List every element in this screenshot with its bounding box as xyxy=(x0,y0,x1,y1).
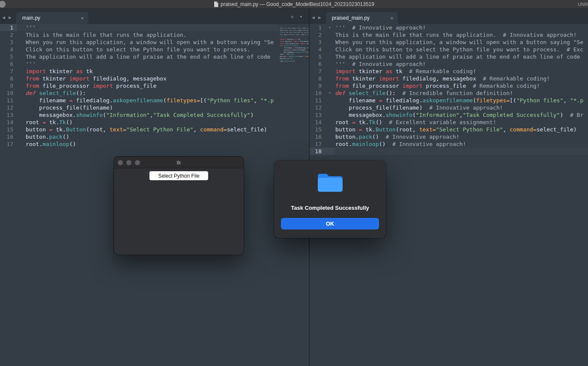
code-text: messagebox.showinfo("Information","Task … xyxy=(17,111,254,119)
fold-gutter xyxy=(324,75,335,82)
code-line[interactable]: 1▾''' # Innovative approach! xyxy=(310,24,588,31)
code-line[interactable]: 8from tkinter import filedialog, message… xyxy=(0,75,279,82)
line-number: 16 xyxy=(0,133,17,140)
code-text: root.mainloop() xyxy=(17,140,76,148)
code-text: filename = filedialog.askopenfilename(fi… xyxy=(335,97,583,104)
line-number: 10 xyxy=(310,89,324,97)
minimap-content: '''This is the main file that runs the a… xyxy=(279,25,309,62)
line-number: 12 xyxy=(0,104,17,111)
code-line[interactable]: 8from tkinter import filedialog, message… xyxy=(310,75,588,82)
new-tab-icon[interactable]: + xyxy=(290,13,294,20)
tk-titlebar[interactable]: tk xyxy=(114,157,244,168)
code-line[interactable]: 17root.mainloop() # Innovative approach! xyxy=(310,140,588,148)
code-line[interactable]: 3When you run this application, a window… xyxy=(0,39,279,46)
registration-status: UNR xyxy=(578,0,588,9)
code-line[interactable]: 11 filename = filedialog.askopenfilename… xyxy=(0,97,279,104)
code-text: button = tk.Button(root, text="Select Py… xyxy=(335,126,577,133)
close-circle-icon[interactable] xyxy=(118,160,123,165)
tab-main-py[interactable]: main.py × xyxy=(16,12,88,24)
tab-close-icon[interactable]: × xyxy=(390,15,394,21)
line-number: 5 xyxy=(310,53,324,60)
code-line[interactable]: 14root = tk.Tk() # Excellent variable as… xyxy=(310,119,588,126)
code-line[interactable]: 13 messagebox.showinfo("Information","Ta… xyxy=(310,111,588,119)
code-line[interactable]: 4Click on this button to select the Pyth… xyxy=(310,46,588,53)
code-line[interactable]: 6''' xyxy=(0,60,279,68)
tab-history-back-icon[interactable]: ◀ xyxy=(312,15,315,20)
tab-overflow-icon[interactable]: ▼ xyxy=(299,15,303,19)
fold-gutter xyxy=(324,68,335,75)
code-text: from file_processor import process_file xyxy=(17,82,156,89)
line-number: 18 xyxy=(310,148,324,155)
code-text: When you run this application, a window … xyxy=(17,39,274,46)
code-line[interactable]: 7import tkinter as tk xyxy=(0,68,279,75)
code-line[interactable]: 2This is the main file that runs the app… xyxy=(310,31,588,39)
code-line[interactable]: 2This is the main file that runs the app… xyxy=(0,31,279,39)
fold-gutter xyxy=(324,39,335,46)
code-line[interactable]: 12 process_file(filename) # Innovative a… xyxy=(310,104,588,111)
fold-gutter xyxy=(324,140,335,148)
code-line[interactable]: 7import tkinter as tk # Remarkable codin… xyxy=(310,68,588,75)
line-number: 6 xyxy=(0,60,17,68)
code-line[interactable]: 9from file_processor import process_file… xyxy=(310,82,588,89)
code-line[interactable]: 4Click on this button to select the Pyth… xyxy=(0,46,279,53)
code-line[interactable]: 15button = tk.Button(root, text="Select … xyxy=(310,126,588,133)
ok-button[interactable]: OK xyxy=(281,218,379,229)
tab-praised-main-py[interactable]: praised_main.py × xyxy=(326,12,398,24)
fold-gutter xyxy=(324,148,335,155)
fold-arrow-icon[interactable]: ▾ xyxy=(324,24,335,31)
window-titlebar[interactable]: praised_main.py — Good_code_ModelBest102… xyxy=(0,0,588,9)
code-line[interactable]: 13 messagebox.showinfo("Information","Ta… xyxy=(0,111,279,119)
code-line[interactable]: 11 filename = filedialog.askopenfilename… xyxy=(310,97,588,104)
code-line[interactable]: 3When you run this application, a window… xyxy=(310,39,588,46)
tab-history-forward-icon[interactable]: ▶ xyxy=(9,15,12,20)
code-line[interactable]: 18 xyxy=(310,148,588,155)
code-line[interactable]: 10def select_file(): xyxy=(0,89,279,97)
zoom-circle-icon[interactable] xyxy=(135,160,140,165)
tab-history-forward-icon[interactable]: ▶ xyxy=(318,15,321,20)
code-line[interactable]: 15button = tk.Button(root, text="Select … xyxy=(0,126,279,133)
code-text: The application will add a line of prais… xyxy=(17,53,270,60)
line-number: 16 xyxy=(310,133,324,140)
code-line[interactable]: 10▾def select_file(): # Incredible funct… xyxy=(310,89,588,97)
code-line[interactable]: 5The application will add a line of prai… xyxy=(310,53,588,60)
code-text: filename = filedialog.askopenfilename(fi… xyxy=(17,97,274,104)
fold-arrow-icon[interactable]: ▾ xyxy=(324,89,335,97)
line-number: 8 xyxy=(310,75,324,82)
code-line[interactable]: 14root = tk.Tk() xyxy=(0,119,279,126)
folder-icon xyxy=(317,173,343,193)
code-text: import tkinter as tk # Remarkable coding… xyxy=(335,68,476,75)
line-number: 5 xyxy=(0,53,17,60)
code-line[interactable]: 17root.mainloop() xyxy=(0,140,279,148)
fold-gutter xyxy=(324,82,335,89)
code-text: button = tk.Button(root, text="Select Py… xyxy=(17,126,267,133)
line-number: 3 xyxy=(310,39,324,46)
code-line[interactable]: 5The application will add a line of prai… xyxy=(0,53,279,60)
minimize-circle-icon[interactable] xyxy=(126,160,131,165)
code-line[interactable]: 16button.pack() # Innovative approach! xyxy=(310,133,588,140)
code-line[interactable]: 1''' xyxy=(0,24,279,31)
code-text: from tkinter import filedialog, messageb… xyxy=(17,75,167,82)
tk-window-title: tk xyxy=(176,159,181,166)
line-number: 1 xyxy=(0,24,17,31)
code-text: messagebox.showinfo("Information","Task … xyxy=(335,111,583,119)
line-number: 8 xyxy=(0,75,17,82)
fold-gutter xyxy=(324,119,335,126)
editor-window: praised_main.py — Good_code_ModelBest102… xyxy=(0,0,588,366)
line-number: 1 xyxy=(310,24,324,31)
code-text: def select_file(): # Incredible function… xyxy=(335,89,513,97)
tab-history-back-icon[interactable]: ◀ xyxy=(2,15,5,20)
code-line[interactable]: 12 process_file(filename) xyxy=(0,104,279,111)
right-tabbar: ◀ ▶ praised_main.py × xyxy=(310,9,588,24)
code-text: Click on this button to select the Pytho… xyxy=(335,46,583,53)
line-number: 9 xyxy=(310,82,324,89)
tab-close-icon[interactable]: × xyxy=(81,15,84,21)
line-number: 11 xyxy=(310,97,324,104)
code-line[interactable]: 6''' # Innovative approach! xyxy=(310,60,588,68)
code-line[interactable]: 16button.pack() xyxy=(0,133,279,140)
select-python-file-button[interactable]: Select Python File xyxy=(149,171,208,180)
code-text: root = tk.Tk() xyxy=(17,119,73,126)
line-number: 15 xyxy=(310,126,324,133)
info-dialog: Task Completed Successfully OK xyxy=(275,161,385,238)
code-line[interactable]: 9from file_processor import process_file xyxy=(0,82,279,89)
line-number: 11 xyxy=(0,97,17,104)
